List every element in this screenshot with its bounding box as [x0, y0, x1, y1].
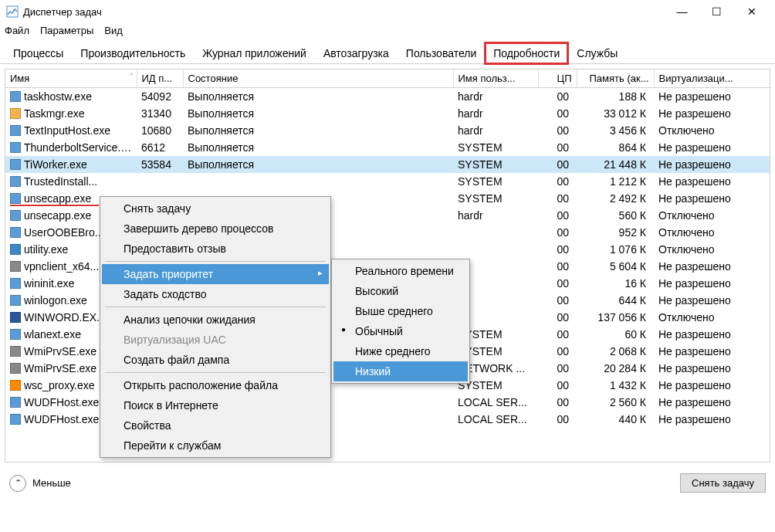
end-task-button[interactable]: Снять задачу [680, 473, 766, 493]
table-row[interactable]: TiWorker.exe53584ВыполняетсяSYSTEM0021 4… [5, 156, 770, 173]
tab-Подробности[interactable]: Подробности [485, 42, 568, 64]
minimize-button[interactable]: — [665, 0, 699, 23]
process-name: ThunderboltService.e... [24, 141, 136, 154]
menu-item-Предоставить отзыв[interactable]: Предоставить отзыв [102, 239, 329, 259]
cell-virt: Не разрешено [654, 173, 770, 190]
cell-cpu: 00 [538, 105, 577, 122]
menu-item-Открыть расположение файла[interactable]: Открыть расположение файла [102, 375, 329, 395]
tab-Службы[interactable]: Службы [568, 42, 626, 64]
menu-item-Задать приоритет[interactable]: Задать приоритет [102, 264, 329, 284]
fewer-details-label: Меньше [32, 477, 71, 489]
process-name: UserOOBEBro... [24, 226, 103, 239]
cell-cpu: 00 [538, 394, 577, 411]
menu-item-Выше среднего[interactable]: Выше среднего [333, 301, 468, 321]
table-row[interactable]: ThunderboltService.e...6612ВыполняетсяSY… [5, 139, 770, 156]
cell-mem: 952 К [577, 224, 654, 241]
menu-item-Перейти к службам[interactable]: Перейти к службам [102, 435, 329, 456]
cell-user: LOCAL SER... [453, 394, 538, 411]
column-header-name[interactable]: Имя˄ [5, 69, 137, 88]
column-header-cpu[interactable]: ЦП [538, 69, 577, 88]
menu-item-Свойства[interactable]: Свойства [102, 415, 329, 435]
process-name: WmiPrvSE.exe [24, 362, 96, 374]
close-button[interactable]: ✕ [734, 0, 769, 23]
cell-user [453, 241, 538, 258]
process-name: utility.exe [24, 243, 68, 256]
cell-mem: 1 212 К [577, 173, 654, 190]
cell-mem: 864 К [577, 139, 654, 156]
menu-item-Завершить дерево процессов[interactable]: Завершить дерево процессов [102, 219, 329, 239]
process-name: winlogon.exe [24, 294, 87, 307]
fewer-details-button[interactable]: ⌃ Меньше [9, 475, 680, 492]
cell-virt: Отключено [654, 309, 770, 326]
process-icon [10, 142, 21, 153]
cell-virt: Не разрешено [654, 360, 770, 377]
column-header-mem[interactable]: Память (ак... [577, 69, 654, 88]
menu-item-Низкий[interactable]: Низкий [333, 361, 468, 381]
menu-item-Ниже среднего[interactable]: Ниже среднего [333, 341, 468, 361]
context-menu: Снять задачуЗавершить дерево процессовПр… [100, 196, 331, 458]
process-name: unsecapp.exe [24, 192, 91, 205]
cell-user: SYSTEM [453, 173, 538, 190]
process-icon [10, 329, 21, 340]
table-row[interactable]: TextInputHost.exe10680Выполняетсяhardr00… [5, 122, 770, 139]
maximize-button[interactable]: ☐ [699, 0, 734, 23]
table-row[interactable]: TrustedInstall...SYSTEM001 212 КНе разре… [5, 173, 770, 190]
tab-Журнал приложений[interactable]: Журнал приложений [194, 42, 315, 64]
cell-mem: 2 560 К [577, 394, 654, 411]
cell-mem: 440 К [577, 411, 654, 428]
table-row[interactable]: Taskmgr.exe31340Выполняетсяhardr0033 012… [5, 105, 770, 122]
cell-mem: 2 492 К [577, 190, 654, 207]
menu-item-Высокий[interactable]: Высокий [333, 281, 468, 301]
cell-cpu: 00 [538, 360, 577, 377]
process-name: taskhostw.exe [24, 90, 92, 103]
menu-Вид[interactable]: Вид [104, 25, 123, 36]
cell-user: SYSTEM [453, 156, 538, 173]
menu-item-Задать сходство[interactable]: Задать сходство [102, 284, 329, 304]
cell-mem: 20 284 К [577, 360, 654, 377]
process-name: WmiPrvSE.exe [24, 345, 96, 357]
menu-separator [105, 261, 326, 262]
cell-virt: Не разрешено [654, 88, 770, 106]
process-icon [10, 363, 21, 374]
tab-Автозагрузка[interactable]: Автозагрузка [315, 42, 398, 64]
menu-Файл[interactable]: Файл [5, 25, 29, 36]
table-row[interactable]: taskhostw.exe54092Выполняетсяhardr00188 … [5, 88, 770, 106]
tab-Пользователи[interactable]: Пользователи [398, 42, 485, 64]
cell-cpu: 00 [538, 275, 577, 292]
cell-mem: 5 604 К [577, 258, 654, 275]
process-icon [10, 295, 21, 306]
tab-row: ПроцессыПроизводительностьЖурнал приложе… [0, 42, 775, 64]
menu-item-Снять задачу[interactable]: Снять задачу [102, 198, 329, 219]
column-header-state[interactable]: Состояние [183, 69, 453, 88]
menu-item-Обычный[interactable]: Обычный● [333, 321, 468, 341]
menu-Параметры[interactable]: Параметры [40, 25, 93, 36]
cell-user: hardr [453, 122, 538, 139]
cell-virt: Не разрешено [654, 275, 770, 292]
cell-state: Выполняется [183, 88, 453, 106]
menu-item-Поиск в Интернете[interactable]: Поиск в Интернете [102, 395, 329, 415]
tab-Производительность[interactable]: Производительность [72, 42, 194, 64]
menu-item-Реального времени[interactable]: Реального времени [333, 261, 468, 281]
tab-Процессы[interactable]: Процессы [5, 42, 72, 64]
process-icon [10, 108, 21, 119]
cell-state: Выполняется [183, 105, 453, 122]
column-header-virt[interactable]: Виртуализаци... [654, 69, 770, 88]
cell-mem: 1 432 К [577, 377, 654, 394]
cell-user: SYSTEM [453, 139, 538, 156]
cell-cpu: 00 [538, 173, 577, 190]
process-icon [10, 261, 21, 272]
cell-cpu: 00 [538, 411, 577, 428]
column-header-user[interactable]: Имя польз... [453, 69, 538, 88]
process-icon [10, 227, 21, 238]
cell-mem: 60 К [577, 326, 654, 343]
cell-virt: Не разрешено [654, 139, 770, 156]
column-header-pid[interactable]: ИД п... [137, 69, 183, 88]
menu-item-Анализ цепочки ожидания[interactable]: Анализ цепочки ожидания [102, 310, 329, 330]
titlebar: Диспетчер задач — ☐ ✕ [0, 0, 775, 23]
cell-user: hardr [453, 207, 538, 224]
cell-cpu: 00 [538, 292, 577, 309]
process-icon [10, 380, 21, 391]
menu-item-Создать файл дампа[interactable]: Создать файл дампа [102, 350, 329, 370]
process-icon [10, 176, 21, 187]
cell-cpu: 00 [538, 377, 577, 394]
